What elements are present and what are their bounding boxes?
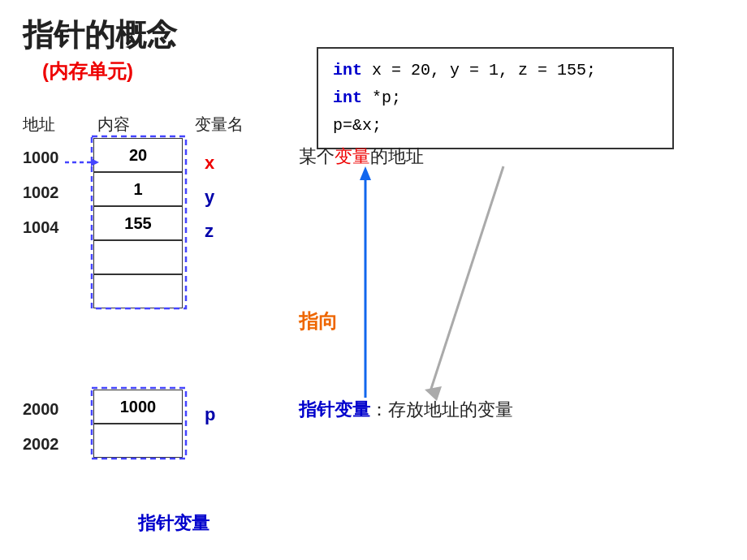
addr-2002: 2002 — [23, 435, 59, 454]
code-line3: p=&x; — [333, 112, 658, 140]
anno-pointer-var-label: 指针变量 — [299, 399, 370, 420]
keyword-int2: int — [333, 88, 362, 107]
page-title: 指针的概念 — [23, 15, 177, 56]
col-header-content: 内容 — [97, 114, 130, 136]
memory-table-bottom: 1000 — [93, 390, 183, 458]
var-p: p — [205, 404, 215, 425]
memory-table-top: 20 1 155 — [93, 138, 183, 308]
addr-1002: 1002 — [23, 183, 59, 202]
mem-cell-y: 1 — [93, 172, 183, 206]
mem-cell-empty1 — [93, 240, 183, 274]
memory-unit-label: (内存单元) — [42, 58, 133, 84]
mem-cell-empty2 — [93, 274, 183, 308]
var-z: z — [205, 221, 214, 242]
mem-cell-x: 20 — [93, 138, 183, 172]
var-y: y — [205, 187, 214, 208]
anno-pointer-var-desc: 指针变量：存放地址的变量 — [299, 398, 513, 422]
mem-cell-p: 1000 — [93, 390, 183, 424]
bottom-pointer-label: 指针变量 — [138, 511, 209, 536]
anno-some-var-addr: 某个变量的地址 — [299, 144, 424, 169]
addr-1000: 1000 — [23, 149, 59, 167]
anno-colon: ：存放地址的变量 — [370, 399, 513, 420]
mem-cell-p2 — [93, 424, 183, 458]
code-line1: int x = 20, y = 1, z = 155; — [333, 57, 658, 84]
code-box: int x = 20, y = 1, z = 155; int *p; p=&x… — [317, 47, 674, 149]
addr-1004: 1004 — [23, 218, 59, 237]
col-header-varname: 变量名 — [195, 114, 244, 136]
code-line2: int *p; — [333, 84, 658, 112]
mem-cell-z: 155 — [93, 206, 183, 240]
addr-2000: 2000 — [23, 400, 59, 419]
col-header-address: 地址 — [23, 114, 55, 136]
var-x: x — [205, 153, 214, 174]
anno-point-to: 指向 — [299, 308, 338, 334]
keyword-int1: int — [333, 61, 362, 80]
diagonal-arrow-line — [430, 166, 503, 391]
anno-variable-word: 变量 — [335, 146, 370, 166]
